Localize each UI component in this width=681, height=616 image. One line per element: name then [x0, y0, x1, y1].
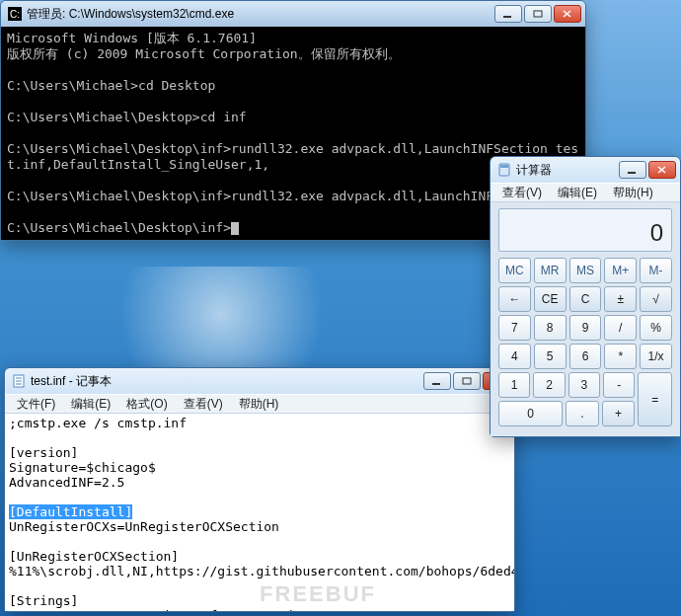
close-button[interactable]	[554, 5, 581, 23]
notepad-menubar: 文件(F) 编辑(E) 格式(O) 查看(V) 帮助(H)	[5, 394, 514, 414]
calc-display: 0	[498, 208, 672, 252]
cmd-line	[7, 94, 579, 110]
menu-format[interactable]: 格式(O)	[118, 394, 175, 415]
calc-btn-0[interactable]: 0	[498, 401, 563, 426]
calc-btn-m[interactable]: M+	[604, 258, 637, 283]
svg-rect-11	[463, 378, 471, 384]
calc-btn-plus[interactable]: +	[602, 401, 636, 426]
notepad-titlebar[interactable]: test.inf - 记事本	[5, 368, 514, 394]
calc-btn-[interactable]: ←	[498, 286, 531, 312]
close-button[interactable]	[648, 161, 676, 179]
calc-btn-mr[interactable]: MR	[534, 258, 567, 283]
calc-menubar: 查看(V) 编辑(E) 帮助(H)	[491, 183, 680, 202]
calculator-icon	[496, 162, 512, 178]
notepad-line: [DefaultInstall]	[9, 504, 510, 519]
notepad-line: AdvancedINF=2.5	[9, 475, 510, 490]
calc-btn-[interactable]: %	[640, 315, 672, 341]
calc-btn-5[interactable]: 5	[534, 344, 567, 369]
calc-titlebar[interactable]: 计算器	[491, 157, 680, 183]
cmd-line: 版权所有 (c) 2009 Microsoft Corporation。保留所有…	[7, 46, 579, 62]
maximize-button[interactable]	[453, 372, 481, 390]
calc-btn-mc[interactable]: MC	[498, 258, 531, 283]
calc-btn-2[interactable]: 2	[533, 372, 565, 398]
svg-rect-2	[503, 16, 511, 18]
menu-help[interactable]: 帮助(H)	[605, 183, 661, 203]
calc-btn-[interactable]: ±	[604, 286, 637, 312]
notepad-line: [version]	[9, 445, 510, 460]
calc-btn-1[interactable]: 1	[498, 372, 530, 398]
menu-edit[interactable]: 编辑(E)	[550, 183, 605, 203]
minimize-button[interactable]	[423, 372, 451, 390]
calculator-window: 计算器 查看(V) 编辑(E) 帮助(H) 0 MCMRMSM+M- ←CEC±…	[490, 156, 681, 437]
notepad-icon	[11, 373, 27, 389]
calc-btn-8[interactable]: 8	[534, 315, 567, 341]
notepad-line	[9, 490, 510, 504]
watermark: FREEBUF	[260, 581, 376, 607]
svg-text:C:: C:	[10, 9, 20, 20]
calc-client: 0 MCMRMSM+M- ←CEC±√ 789/% 456*1/x 123- 0…	[491, 202, 680, 436]
cmd-icon: C:	[7, 6, 23, 22]
calc-btn-[interactable]: √	[640, 286, 672, 312]
notepad-window: test.inf - 记事本 文件(F) 编辑(E) 格式(O) 查看(V) 帮…	[4, 367, 515, 612]
calc-btn-m[interactable]: M-	[640, 258, 672, 283]
maximize-button[interactable]	[524, 5, 552, 23]
cmd-line	[7, 125, 579, 141]
svg-rect-3	[534, 11, 542, 17]
notepad-line: ;cmstp.exe /s cmstp.inf	[9, 416, 510, 430]
calc-btn-equals[interactable]: =	[638, 372, 672, 426]
notepad-line: [UnRegisterOCXSection]	[9, 549, 510, 564]
cmd-line: C:\Users\Michael\Desktop>cd inf	[7, 110, 579, 125]
calc-btn-6[interactable]: 6	[569, 344, 602, 369]
notepad-line: UnRegisterOCXs=UnRegisterOCXSection	[9, 519, 510, 534]
menu-view[interactable]: 查看(V)	[494, 183, 550, 203]
notepad-title: test.inf - 记事本	[31, 373, 421, 390]
svg-rect-15	[500, 165, 508, 168]
cmd-line	[7, 62, 579, 78]
minimize-button[interactable]	[494, 5, 522, 23]
notepad-line: Signature=$chicago$	[9, 460, 510, 475]
calc-btn-c[interactable]: C	[569, 286, 602, 312]
svg-rect-10	[432, 383, 440, 385]
calc-btn-dot[interactable]: .	[566, 401, 599, 426]
menu-file[interactable]: 文件(F)	[9, 394, 63, 415]
calc-title: 计算器	[516, 162, 617, 179]
calc-btn-[interactable]: -	[603, 372, 635, 398]
cmd-titlebar[interactable]: C: 管理员: C:\Windows\system32\cmd.exe	[1, 1, 585, 27]
calc-btn-3[interactable]: 3	[568, 372, 600, 398]
calc-btn-9[interactable]: 9	[569, 315, 602, 341]
calc-btn-4[interactable]: 4	[498, 344, 531, 369]
calc-btn-7[interactable]: 7	[498, 315, 531, 341]
cmd-line: Microsoft Windows [版本 6.1.7601]	[7, 31, 579, 46]
menu-view[interactable]: 查看(V)	[176, 394, 231, 415]
calc-btn-[interactable]: /	[604, 315, 637, 341]
notepad-line: AppAct = "SOFTWARE\Microsoft\Connection …	[9, 608, 510, 611]
calc-btn-1x[interactable]: 1/x	[640, 344, 672, 369]
cmd-line: C:\Users\Michael>cd Desktop	[7, 78, 579, 94]
menu-help[interactable]: 帮助(H)	[231, 394, 287, 415]
svg-rect-16	[628, 172, 636, 174]
calc-btn-ce[interactable]: CE	[534, 286, 567, 312]
cmd-title: 管理员: C:\Windows\system32\cmd.exe	[27, 6, 492, 23]
notepad-line: %11%\scrobj.dll,NI,https://gist.githubus…	[9, 564, 510, 578]
menu-edit[interactable]: 编辑(E)	[63, 394, 118, 415]
calc-btn-[interactable]: *	[604, 344, 637, 369]
minimize-button[interactable]	[619, 161, 646, 179]
notepad-line	[9, 534, 510, 549]
notepad-line	[9, 430, 510, 445]
calc-btn-ms[interactable]: MS	[569, 258, 602, 283]
